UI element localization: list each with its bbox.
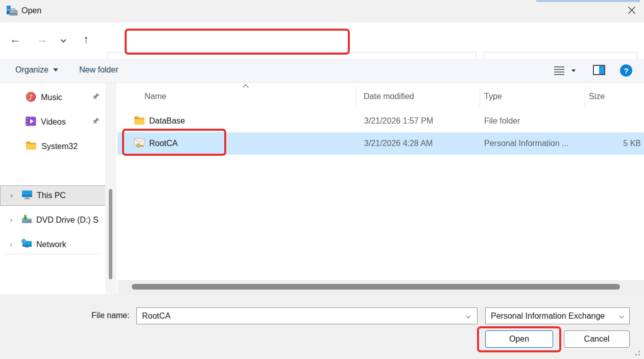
column-separator[interactable] bbox=[480, 87, 480, 108]
file-type-value: Personal Information Exchange bbox=[486, 312, 620, 321]
help-question-glyph: ? bbox=[624, 66, 628, 75]
file-type-dropdown-chevron-icon[interactable] bbox=[619, 314, 624, 318]
expand-chevron-icon[interactable] bbox=[9, 194, 13, 197]
column-separator[interactable] bbox=[356, 87, 356, 108]
folder-icon bbox=[134, 116, 145, 127]
sidebar-item-videos[interactable]: Videos bbox=[0, 112, 106, 132]
expand-chevron-icon[interactable] bbox=[9, 218, 12, 222]
horizontal-scrollbar-thumb[interactable] bbox=[132, 284, 620, 290]
column-header-type[interactable]: Type bbox=[484, 92, 502, 101]
preview-pane-icon[interactable] bbox=[593, 65, 605, 75]
sidebar-item-label: System32 bbox=[41, 142, 78, 151]
up-button[interactable]: ↑ bbox=[83, 34, 89, 45]
list-view-icon bbox=[553, 68, 565, 77]
column-separator[interactable] bbox=[585, 87, 585, 108]
folder-icon bbox=[26, 141, 37, 152]
file-name-value: RootCA bbox=[137, 312, 467, 321]
sidebar-item-this-pc[interactable]: This PC bbox=[0, 185, 106, 206]
forward-button[interactable]: → bbox=[36, 34, 47, 45]
sidebar: ♪ Music Videos bbox=[0, 83, 117, 294]
file-size: 5 KB bbox=[623, 139, 641, 148]
sidebar-item-label: Music bbox=[41, 93, 62, 102]
column-header-name[interactable]: Name bbox=[145, 92, 166, 101]
file-name-dropdown-chevron-icon[interactable] bbox=[466, 314, 470, 318]
title-bar: Open bbox=[0, 0, 644, 22]
cancel-button[interactable]: Cancel bbox=[564, 330, 630, 348]
file-date-modified: 3/21/2026 4:28 AM bbox=[364, 139, 433, 148]
view-mode-button[interactable] bbox=[553, 65, 565, 78]
sidebar-item-label: DVD Drive (D:) S bbox=[36, 216, 99, 225]
window-title: Open bbox=[21, 6, 41, 15]
network-icon bbox=[21, 239, 32, 251]
navigation-bar: ← → ↑ This PC Local Disk (C:) OFFCA Back… bbox=[0, 22, 644, 59]
view-mode-caret-icon[interactable] bbox=[571, 69, 576, 72]
organize-label: Organize bbox=[15, 65, 49, 75]
pin-icon bbox=[92, 117, 100, 127]
sidebar-scrollbar-thumb[interactable] bbox=[109, 189, 112, 279]
background-window-edge bbox=[536, 0, 640, 2]
file-type: File folder bbox=[484, 116, 520, 126]
sidebar-item-label: This PC bbox=[37, 191, 66, 200]
videos-icon bbox=[26, 116, 36, 129]
file-row-rootca[interactable]: RootCA 3/21/2026 4:28 AM Personal Inform… bbox=[117, 132, 644, 155]
back-button[interactable]: ← bbox=[10, 34, 21, 45]
new-folder-label: New folder bbox=[79, 65, 118, 74]
sidebar-item-dvd-drive[interactable]: DVD Drive (D:) S bbox=[0, 210, 106, 230]
organize-caret-icon bbox=[53, 68, 58, 71]
file-type-select[interactable]: Personal Information Exchange bbox=[485, 307, 630, 324]
this-pc-icon bbox=[21, 190, 33, 202]
dialog-footer: File name: RootCA Personal Information E… bbox=[0, 294, 644, 359]
music-icon: ♪ bbox=[26, 91, 36, 104]
command-toolbar: Organize New folder ? bbox=[0, 59, 644, 83]
organize-button[interactable]: Organize bbox=[15, 65, 58, 75]
dvd-drive-icon bbox=[21, 214, 32, 226]
file-row-database[interactable]: DataBase 3/21/2026 1:57 PM File folder bbox=[117, 110, 644, 132]
file-name-label: File name: bbox=[91, 311, 130, 320]
recent-locations-chevron-icon[interactable] bbox=[60, 37, 66, 42]
open-dialog: Open ← → ↑ This PC Local Disk (C:) bbox=[0, 0, 644, 359]
sidebar-item-label: Videos bbox=[41, 117, 66, 127]
certificate-icon bbox=[134, 137, 146, 150]
open-button[interactable]: Open bbox=[485, 330, 553, 348]
column-header-date-modified[interactable]: Date modified bbox=[364, 92, 414, 101]
new-folder-button[interactable]: New folder bbox=[79, 65, 118, 75]
sidebar-item-system32[interactable]: System32 bbox=[0, 136, 106, 157]
preview-pane-icon-fill bbox=[599, 66, 604, 74]
file-name-input[interactable]: RootCA bbox=[136, 307, 478, 324]
file-date-modified: 3/21/2026 1:57 PM bbox=[364, 116, 433, 126]
cancel-button-label: Cancel bbox=[584, 334, 610, 344]
help-button[interactable]: ? bbox=[620, 64, 632, 77]
close-button[interactable] bbox=[624, 4, 639, 18]
column-header-size[interactable]: Size bbox=[589, 92, 605, 101]
sidebar-item-music[interactable]: ♪ Music bbox=[0, 87, 106, 108]
file-type: Personal Information ... bbox=[484, 139, 568, 148]
sidebar-item-label: Network bbox=[36, 240, 66, 249]
file-name: DataBase bbox=[149, 116, 185, 126]
svg-text:♪: ♪ bbox=[29, 93, 33, 101]
file-name: RootCA bbox=[149, 139, 178, 148]
sidebar-item-network[interactable]: Network bbox=[0, 234, 106, 255]
open-button-label: Open bbox=[509, 334, 529, 344]
app-icon bbox=[6, 5, 18, 18]
close-icon bbox=[628, 6, 636, 16]
expand-chevron-icon[interactable] bbox=[9, 243, 12, 246]
pin-icon bbox=[92, 93, 100, 102]
